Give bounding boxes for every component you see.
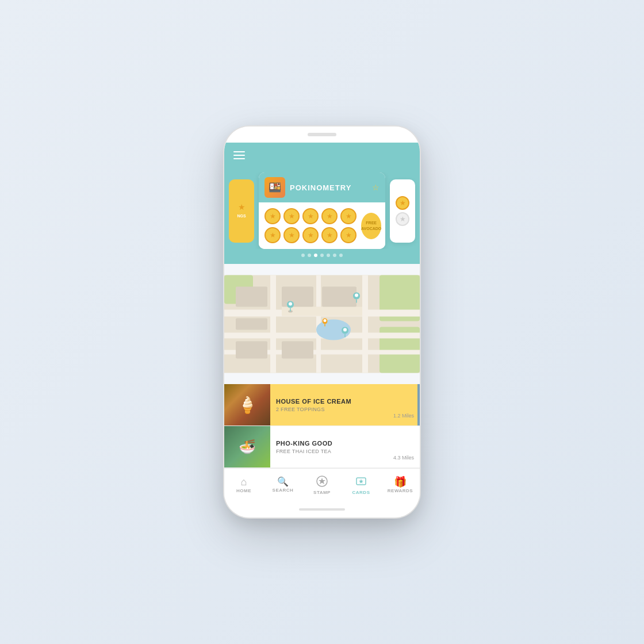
stamps-row-1: ★ ★ ★ ★ ★ [264,208,356,224]
home-indicator [299,508,345,511]
svg-point-19 [289,302,292,306]
restaurant-thumbnail: 🍱 [264,177,285,198]
stamp-5: ★ [340,208,356,224]
nav-home[interactable]: ⌂ HOME [224,477,263,493]
main-card-header: 🍱 POKINOMETRY ☆ [259,172,385,202]
stamp-icon [316,476,328,489]
stamp-8: ★ [302,227,319,243]
map-section[interactable] [224,264,420,384]
phone-speaker [308,133,336,136]
stamps-row-2: ★ ★ ★ ★ ★ [264,227,356,243]
card-peek-right[interactable]: ★ ★ [390,179,415,243]
stamp-9: ★ [321,227,338,243]
badge-line2: AVOCADO [361,226,381,231]
listing-promo-1: 2 FREE TOPPINGS [276,407,412,412]
map-view [224,264,420,384]
home-icon: ⌂ [241,477,247,487]
listing-item-2[interactable]: PHO-KING GOOD FREE THAI ICED TEA 4.3 Mil… [224,426,420,468]
dot-4[interactable] [320,254,324,257]
dot-3[interactable] [314,254,317,257]
svg-rect-15 [322,287,356,307]
listing-name-1: HOUSE OF ICE CREAM [276,398,412,405]
peek-left-label: NGS [237,214,246,218]
stamp-4: ★ [321,208,338,224]
svg-point-20 [355,294,358,297]
svg-rect-16 [282,342,313,359]
peek-left-star: ★ [238,202,246,212]
stamp-1: ★ [264,208,281,224]
stamps-grid: ★ ★ ★ ★ ★ ★ ★ ★ ★ [264,208,356,243]
listing-accent-bar-1 [417,384,420,425]
menu-button[interactable] [233,151,245,159]
listings-section: HOUSE OF ICE CREAM 2 FREE TOPPINGS 1.2 M… [224,384,420,468]
svg-rect-13 [236,319,267,330]
listing-distance-1: 1.2 Miles [393,413,414,419]
listing-info-2: PHO-KING GOOD FREE THAI ICED TEA [270,426,420,467]
svg-point-21 [324,319,327,322]
listing-distance-2: 4.3 Miles [393,455,414,461]
free-reward-badge: FREE AVOCADO [361,213,381,239]
cards-icon [355,476,367,489]
dot-1[interactable] [301,254,305,257]
phone-shell: ★ NGS 🍱 POKINOMETRY ☆ ★ [224,126,420,518]
stamp-6: ★ [264,227,281,243]
stamp-3: ★ [302,208,319,224]
phone-top-bar [224,126,420,143]
nav-cards-label: CARDS [352,490,370,495]
listing-thumb-ice-cream [224,384,270,425]
stamps-with-badge: ★ ★ ★ ★ ★ ★ ★ ★ ★ [264,208,379,243]
listing-promo-2: FREE THAI ICED TEA [276,448,414,454]
bottom-nav: ⌂ HOME 🔍 SEARCH STAMP [224,468,420,501]
card-peek-left[interactable]: ★ NGS [229,179,254,243]
restaurant-name: POKINOMETRY [290,183,367,192]
listing-item-1[interactable]: HOUSE OF ICE CREAM 2 FREE TOPPINGS 1.2 M… [224,384,420,426]
cards-section: ★ NGS 🍱 POKINOMETRY ☆ ★ [224,168,420,264]
nav-stamp-label: STAMP [313,490,331,495]
svg-marker-26 [359,479,363,484]
listing-thumb-pho [224,426,270,467]
phone-bottom [224,501,420,518]
app-header [224,143,420,168]
svg-rect-14 [282,287,313,307]
dot-6[interactable] [333,254,336,257]
stamp-10: ★ [340,227,356,243]
svg-marker-24 [319,478,325,484]
carousel-dots [224,254,420,257]
listing-info-1: HOUSE OF ICE CREAM 2 FREE TOPPINGS [270,384,417,425]
rewards-icon: 🎁 [394,477,407,487]
nav-cards[interactable]: CARDS [342,476,381,495]
svg-rect-12 [236,287,267,307]
nav-home-label: HOME [236,488,251,493]
dot-2[interactable] [308,254,311,257]
stamp-7: ★ [283,227,300,243]
svg-rect-10 [282,307,362,316]
nav-rewards[interactable]: 🎁 REWARDS [381,477,420,493]
badge-line1: FREE [366,220,377,225]
cards-carousel: ★ NGS 🍱 POKINOMETRY ☆ ★ [224,172,420,249]
listing-name-2: PHO-KING GOOD [276,440,414,447]
main-card-body: ★ ★ ★ ★ ★ ★ ★ ★ ★ [259,202,385,249]
phone-screen: ★ NGS 🍱 POKINOMETRY ☆ ★ [224,143,420,501]
nav-stamp[interactable]: STAMP [302,476,342,495]
nav-search[interactable]: 🔍 SEARCH [263,477,302,493]
svg-rect-9 [362,275,368,373]
dot-5[interactable] [327,254,330,257]
svg-point-22 [343,328,347,332]
dot-7[interactable] [339,254,343,257]
svg-rect-7 [270,275,276,373]
search-icon: 🔍 [277,477,289,486]
main-card[interactable]: 🍱 POKINOMETRY ☆ ★ ★ ★ ★ [259,172,385,249]
nav-search-label: SEARCH [273,488,294,493]
favorite-star-icon[interactable]: ☆ [372,183,379,192]
nav-rewards-label: REWARDS [388,488,413,493]
peek-right-stamp-filled: ★ [396,196,409,210]
stamp-2: ★ [283,208,300,224]
svg-rect-17 [236,342,267,359]
peek-right-stamp-empty: ★ [396,212,409,226]
